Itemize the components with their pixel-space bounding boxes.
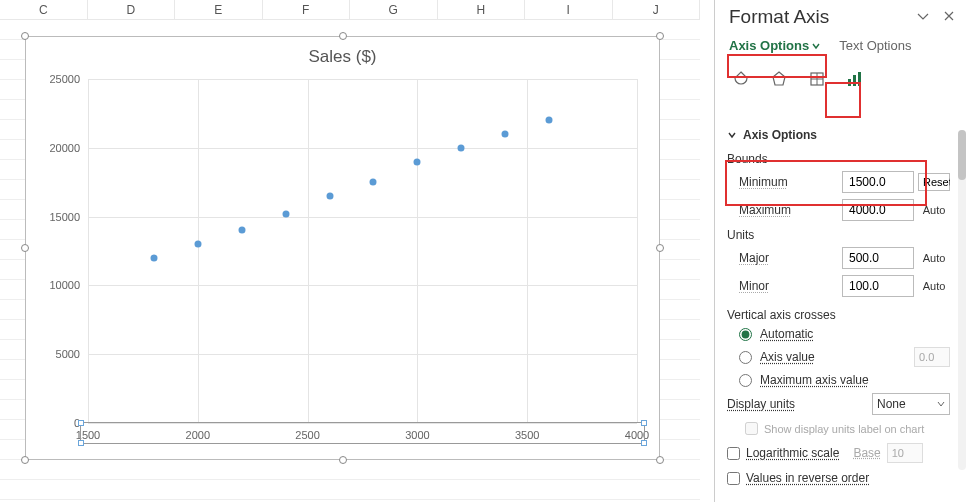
show-units-label-checkbox: Show display units label on chart <box>727 418 950 439</box>
units-label: Units <box>727 224 950 244</box>
panel-scrollbar[interactable] <box>958 130 966 470</box>
col-header[interactable]: C <box>0 0 88 20</box>
crosses-label: Vertical axis crosses <box>727 304 950 324</box>
data-point[interactable] <box>238 227 245 234</box>
display-units-label: Display units <box>727 397 795 411</box>
major-auto: Auto <box>918 252 950 264</box>
col-header[interactable]: F <box>263 0 351 20</box>
scrollbar-thumb[interactable] <box>958 130 966 180</box>
radio-automatic[interactable]: Automatic <box>727 324 950 344</box>
chart-title[interactable]: Sales ($) <box>32 47 653 67</box>
data-point[interactable] <box>546 117 553 124</box>
col-header[interactable]: E <box>175 0 263 20</box>
radio-axis-value[interactable]: Axis value <box>727 344 950 370</box>
minor-input[interactable] <box>842 275 914 297</box>
reverse-checkbox[interactable]: Values in reverse order <box>727 467 950 489</box>
radio-max-value[interactable]: Maximum axis value <box>727 370 950 390</box>
size-properties-icon[interactable] <box>805 67 829 91</box>
data-point[interactable] <box>414 158 421 165</box>
y-tick-label: 25000 <box>49 73 88 85</box>
bounds-label: Bounds <box>727 148 950 168</box>
data-point[interactable] <box>326 192 333 199</box>
minor-auto: Auto <box>918 280 950 292</box>
display-units-select[interactable]: None <box>872 393 950 415</box>
chart-area[interactable]: Sales ($) 050001000015000200002500015002… <box>32 43 653 453</box>
tab-axis-options[interactable]: Axis Options <box>729 38 821 53</box>
col-header[interactable]: D <box>88 0 176 20</box>
svg-rect-4 <box>848 79 851 86</box>
max-input[interactable] <box>842 199 914 221</box>
min-reset-button[interactable]: Reset <box>918 173 950 191</box>
panel-title: Format Axis <box>729 6 829 28</box>
max-label: Maximum <box>739 203 842 217</box>
x-axis-selected[interactable] <box>80 422 645 444</box>
fill-line-icon[interactable] <box>729 67 753 91</box>
col-header[interactable]: I <box>525 0 613 20</box>
format-axis-panel: Format Axis Axis Options Text Options Ax… <box>714 0 970 502</box>
y-tick-label: 5000 <box>56 348 88 360</box>
tab-text-options[interactable]: Text Options <box>839 38 911 53</box>
chart-object[interactable]: Sales ($) 050001000015000200002500015002… <box>25 36 660 460</box>
axis-options-icon[interactable] <box>843 67 867 91</box>
data-point[interactable] <box>458 144 465 151</box>
y-tick-label: 15000 <box>49 211 88 223</box>
close-icon[interactable] <box>942 6 956 28</box>
svg-marker-0 <box>773 72 785 85</box>
plot-area[interactable]: 0500010000150002000025000150020002500300… <box>88 79 637 423</box>
data-point[interactable] <box>370 179 377 186</box>
col-header[interactable]: J <box>613 0 701 20</box>
data-point[interactable] <box>194 241 201 248</box>
data-point[interactable] <box>502 131 509 138</box>
major-input[interactable] <box>842 247 914 269</box>
min-label: Minimum <box>739 175 842 189</box>
svg-rect-5 <box>853 75 856 86</box>
radio-maxval-input[interactable] <box>739 374 752 387</box>
axis-value-input[interactable] <box>914 347 950 367</box>
resize-handle[interactable] <box>21 456 29 464</box>
max-auto: Auto <box>918 204 950 216</box>
log-scale-checkbox[interactable]: Logarithmic scale Base <box>727 439 950 467</box>
y-tick-label: 20000 <box>49 142 88 154</box>
resize-handle[interactable] <box>21 244 29 252</box>
data-point[interactable] <box>150 254 157 261</box>
resize-handle[interactable] <box>21 32 29 40</box>
resize-handle[interactable] <box>339 456 347 464</box>
svg-rect-6 <box>858 72 861 86</box>
resize-handle[interactable] <box>339 32 347 40</box>
log-base-input <box>887 443 923 463</box>
y-tick-label: 10000 <box>49 279 88 291</box>
resize-handle[interactable] <box>656 456 664 464</box>
radio-auto-input[interactable] <box>739 328 752 341</box>
data-point[interactable] <box>282 210 289 217</box>
radio-axisval-input[interactable] <box>739 351 752 364</box>
effects-icon[interactable] <box>767 67 791 91</box>
panel-body: Axis Options Bounds Minimum Reset Maximu… <box>727 124 950 502</box>
col-header[interactable]: G <box>350 0 438 20</box>
min-input[interactable] <box>842 171 914 193</box>
collapse-icon[interactable] <box>916 6 930 28</box>
major-label: Major <box>739 251 842 265</box>
spreadsheet-col-headers: C D E F G H I J <box>0 0 700 20</box>
col-header[interactable]: H <box>438 0 526 20</box>
minor-label: Minor <box>739 279 842 293</box>
section-axis-options[interactable]: Axis Options <box>727 124 950 148</box>
resize-handle[interactable] <box>656 32 664 40</box>
resize-handle[interactable] <box>656 244 664 252</box>
